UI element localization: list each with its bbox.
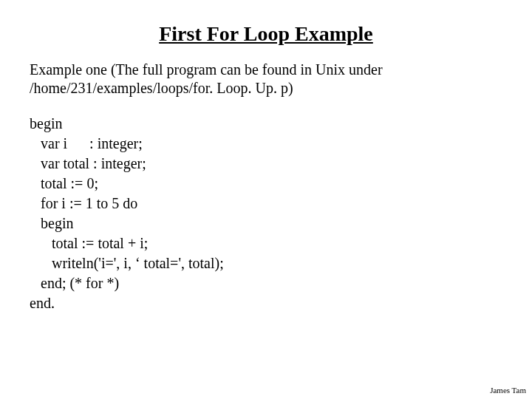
code-line: writeln('i=', i, ‘ total=', total); bbox=[30, 255, 224, 271]
code-line: total := 0; bbox=[30, 175, 98, 191]
code-block: begin var i : integer; var total : integ… bbox=[30, 114, 502, 313]
code-line: begin bbox=[30, 115, 62, 132]
code-line: var total : integer; bbox=[30, 155, 146, 171]
footer-author: James Tam bbox=[490, 386, 526, 395]
intro-line-1: Example one (The full program can be fou… bbox=[30, 61, 383, 78]
slide: First For Loop Example Example one (The … bbox=[0, 0, 532, 399]
intro-text: Example one (The full program can be fou… bbox=[30, 61, 502, 98]
code-line: for i := 1 to 5 do bbox=[30, 195, 137, 211]
code-line: var i : integer; bbox=[30, 135, 143, 151]
code-line: begin bbox=[30, 215, 73, 231]
code-line: end. bbox=[30, 295, 55, 311]
intro-line-2: /home/231/examples/loops/for. Loop. Up. … bbox=[30, 80, 293, 96]
page-title: First For Loop Example bbox=[30, 22, 502, 46]
code-line: end; (* for *) bbox=[30, 275, 119, 291]
code-line: total := total + i; bbox=[30, 235, 148, 251]
